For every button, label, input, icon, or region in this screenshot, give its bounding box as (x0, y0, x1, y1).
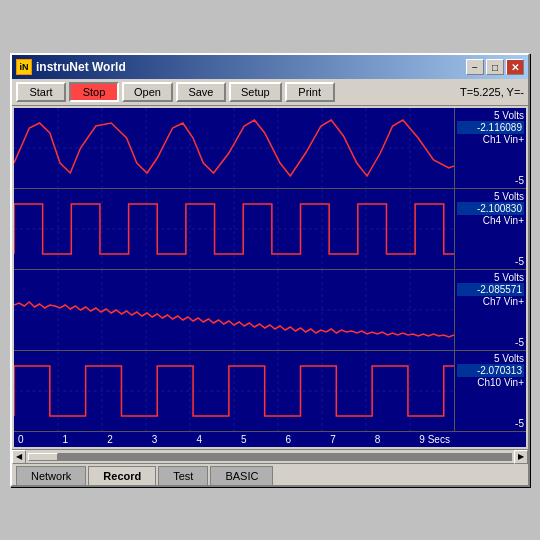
ch2-neg-label: -5 (515, 256, 524, 267)
open-button[interactable]: Open (122, 82, 173, 102)
channel-2-info: 5 Volts -2.100830 Ch4 Vin+ -5 (454, 189, 526, 269)
ch3-volts-label: 5 Volts (457, 272, 524, 283)
x-axis: 0 1 2 3 4 5 6 7 8 9 Secs (14, 432, 526, 447)
x-labels: 0 1 2 3 4 5 6 7 8 9 Secs (18, 434, 522, 445)
scroll-thumb[interactable] (28, 453, 58, 461)
x-label-1: 1 (63, 434, 69, 445)
ch1-neg-label: -5 (515, 175, 524, 186)
channel-4-canvas (14, 351, 454, 431)
x-label-2: 2 (107, 434, 113, 445)
title-buttons: − □ ✕ (466, 59, 524, 75)
print-button[interactable]: Print (285, 82, 335, 102)
close-button[interactable]: ✕ (506, 59, 524, 75)
ch4-value: -2.070313 (457, 364, 524, 377)
ch2-label: Ch4 Vin+ (457, 215, 524, 226)
ch4-label: Ch10 Vin+ (457, 377, 524, 388)
ch3-neg-label: -5 (515, 337, 524, 348)
app-icon: iN (16, 59, 32, 75)
start-button[interactable]: Start (16, 82, 66, 102)
chart-area: 5 Volts -2.116089 Ch1 Vin+ -5 (14, 108, 526, 447)
minimize-button[interactable]: − (466, 59, 484, 75)
channel-2-panel: 5 Volts -2.100830 Ch4 Vin+ -5 (14, 189, 526, 270)
title-bar: iN instruNet World − □ ✕ (12, 55, 528, 79)
x-label-8: 8 (375, 434, 381, 445)
channel-4-panel: 5 Volts -2.070313 Ch10 Vin+ -5 (14, 351, 526, 432)
x-label-9: 9 Secs (419, 434, 450, 445)
stop-button[interactable]: Stop (69, 82, 119, 102)
toolbar: Start Stop Open Save Setup Print T=5.225… (12, 79, 528, 106)
tab-test[interactable]: Test (158, 466, 208, 485)
scroll-right-button[interactable]: ▶ (514, 450, 528, 464)
channel-3-panel: 5 Volts -2.085571 Ch7 Vin+ -5 (14, 270, 526, 351)
x-label-6: 6 (286, 434, 292, 445)
x-label-7: 7 (330, 434, 336, 445)
tabs-bar: Network Record Test BASIC (12, 463, 528, 485)
channel-1-info: 5 Volts -2.116089 Ch1 Vin+ -5 (454, 108, 526, 188)
ch4-neg-label: -5 (515, 418, 524, 429)
channel-4-info: 5 Volts -2.070313 Ch10 Vin+ -5 (454, 351, 526, 431)
ch4-volts-label: 5 Volts (457, 353, 524, 364)
ch2-value: -2.100830 (457, 202, 524, 215)
save-button[interactable]: Save (176, 82, 226, 102)
scroll-track[interactable] (28, 453, 512, 461)
channel-3-info: 5 Volts -2.085571 Ch7 Vin+ -5 (454, 270, 526, 350)
ch1-volts-label: 5 Volts (457, 110, 524, 121)
x-label-4: 4 (196, 434, 202, 445)
main-window: iN instruNet World − □ ✕ Start Stop Open… (10, 53, 530, 487)
channel-1-canvas (14, 108, 454, 188)
status-text: T=5.225, Y=- (460, 86, 524, 98)
tab-basic[interactable]: BASIC (210, 466, 273, 485)
window-title: instruNet World (36, 60, 466, 74)
channel-1-panel: 5 Volts -2.116089 Ch1 Vin+ -5 (14, 108, 526, 189)
scroll-left-button[interactable]: ◀ (12, 450, 26, 464)
maximize-button[interactable]: □ (486, 59, 504, 75)
tab-record[interactable]: Record (88, 466, 156, 485)
ch1-value: -2.116089 (457, 121, 524, 134)
ch2-volts-label: 5 Volts (457, 191, 524, 202)
ch3-label: Ch7 Vin+ (457, 296, 524, 307)
ch3-value: -2.085571 (457, 283, 524, 296)
x-label-0: 0 (18, 434, 24, 445)
setup-button[interactable]: Setup (229, 82, 282, 102)
channel-2-canvas (14, 189, 454, 269)
ch1-label: Ch1 Vin+ (457, 134, 524, 145)
tab-network[interactable]: Network (16, 466, 86, 485)
channel-3-canvas (14, 270, 454, 350)
x-label-3: 3 (152, 434, 158, 445)
horizontal-scrollbar[interactable]: ◀ ▶ (12, 449, 528, 463)
x-label-5: 5 (241, 434, 247, 445)
